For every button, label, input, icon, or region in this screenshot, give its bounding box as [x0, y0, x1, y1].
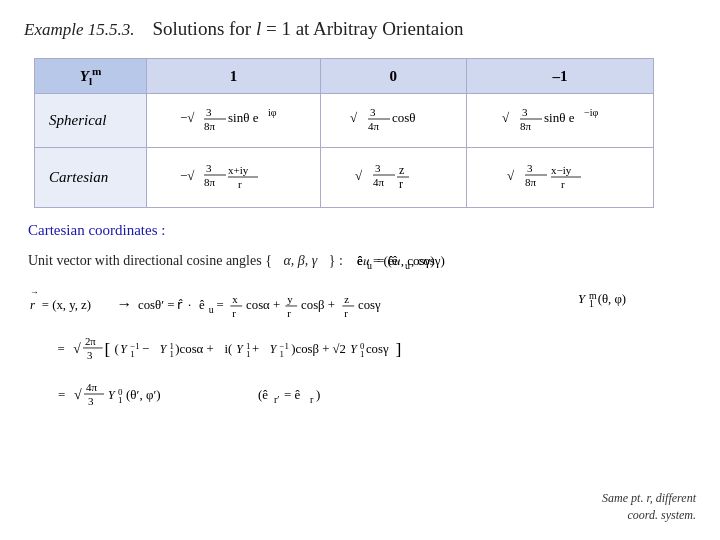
- svg-text:→: →: [30, 288, 39, 298]
- example-label: Example 15.5.3.: [24, 20, 134, 40]
- svg-text:Y: Y: [270, 343, 278, 356]
- svg-text:): ): [316, 387, 320, 402]
- formula-cart-1-svg: −√ 3 8π x+iy r: [178, 154, 288, 196]
- cell-sph-plus1: −√ 3 8π sinθ e iφ: [147, 94, 320, 148]
- svg-text:Y: Y: [120, 343, 128, 356]
- svg-text:]: ]: [395, 339, 401, 359]
- svg-text:√: √: [74, 387, 82, 402]
- svg-text:)cosα +: )cosα +: [175, 342, 213, 356]
- svg-text:8π: 8π: [204, 176, 216, 188]
- cell-cart-minus1: √ 3 8π x−iy r: [466, 148, 653, 208]
- table-header-yl: Ylm: [35, 59, 147, 94]
- svg-text:3: 3: [370, 106, 376, 118]
- formula-area: r → = (x, y, z) → cosθ′ = r̂ · ê u = x r…: [28, 285, 696, 413]
- svg-text:cosγ: cosγ: [366, 342, 389, 356]
- svg-text:i(: i(: [224, 342, 232, 356]
- table-row-cartesian: Cartesian −√ 3 8π x+iy r: [35, 148, 654, 208]
- cartesian-header: Cartesian coordinates :: [28, 222, 696, 239]
- svg-text:cosα +: cosα +: [246, 298, 280, 312]
- svg-text:+: +: [252, 342, 259, 356]
- svg-text:cosθ′ =: cosθ′ =: [138, 298, 174, 312]
- table-row-spherical: Spherical −√ 3 8π sinθ e iφ: [35, 94, 654, 148]
- svg-text:−1: −1: [279, 341, 288, 351]
- formula-row-1: r → = (x, y, z) → cosθ′ = r̂ · ê u = x r…: [28, 285, 696, 323]
- svg-text:= (x, y, z): = (x, y, z): [42, 298, 91, 312]
- svg-text:−iφ: −iφ: [584, 107, 598, 118]
- svg-text:0: 0: [360, 341, 365, 351]
- svg-text:√: √: [355, 168, 363, 183]
- svg-text:√: √: [73, 341, 81, 356]
- table-header-1: 1: [147, 59, 320, 94]
- row-label-cartesian: Cartesian: [35, 148, 147, 208]
- svg-text:iφ: iφ: [268, 107, 277, 118]
- svg-text:3: 3: [375, 162, 381, 174]
- unit-vector-eq-svg: ê𝑢 = (ê𝑢, cosγ) ê u = (ê u , cosγ): [355, 247, 455, 275]
- svg-text:= (ê: = (ê: [377, 253, 398, 268]
- formula-sph-m1-svg: √ 3 8π sinθ e −iφ: [500, 100, 620, 136]
- svg-text:√: √: [350, 110, 358, 125]
- svg-text:3: 3: [522, 106, 528, 118]
- svg-text:(θ′, φ′): (θ′, φ′): [126, 387, 161, 402]
- svg-text:z: z: [344, 293, 349, 305]
- svg-text:sinθ e: sinθ e: [544, 110, 575, 125]
- formula-row1-svg: r → = (x, y, z) → cosθ′ = r̂ · ê u = x r…: [28, 285, 696, 323]
- formula-cart-m1-svg: √ 3 8π x−iy r: [505, 154, 615, 196]
- svg-text:Y: Y: [236, 343, 244, 356]
- svg-text:x: x: [232, 293, 238, 305]
- svg-text:x+iy: x+iy: [228, 164, 249, 176]
- table-wrapper: Ylm 1 0 –1 Spherical −√ 3: [24, 58, 696, 208]
- svg-text:√: √: [507, 168, 515, 183]
- svg-text:2π: 2π: [85, 335, 96, 347]
- svg-text:·: ·: [188, 298, 191, 312]
- cell-cart-0: √ 3 4π z r: [320, 148, 466, 208]
- svg-text:→: →: [116, 295, 132, 312]
- cell-sph-minus1: √ 3 8π sinθ e −iφ: [466, 94, 653, 148]
- svg-text:Y: Y: [160, 343, 168, 356]
- svg-text:3: 3: [206, 162, 212, 174]
- svg-text:r: r: [344, 307, 348, 319]
- svg-text:√: √: [502, 110, 510, 125]
- svg-text:3: 3: [206, 106, 212, 118]
- svg-text:u: u: [367, 260, 372, 271]
- cell-cart-plus1: −√ 3 8π x+iy r: [147, 148, 320, 208]
- svg-text:[: [: [105, 339, 111, 359]
- svg-text:(: (: [114, 342, 118, 356]
- svg-text:cosθ: cosθ: [392, 110, 416, 125]
- solutions-title: Solutions for l = 1 at Arbitray Orientai…: [152, 18, 463, 40]
- svg-text:−: −: [142, 342, 149, 356]
- svg-text:r: r: [561, 178, 565, 190]
- svg-text:r: r: [232, 307, 236, 319]
- svg-text:y: y: [287, 293, 293, 305]
- svg-text:8π: 8π: [520, 120, 532, 132]
- svg-text:−1: −1: [130, 341, 139, 351]
- svg-text:r: r: [399, 177, 403, 191]
- svg-text:r: r: [287, 307, 291, 319]
- svg-text:=: =: [58, 387, 65, 402]
- svg-text:)cosβ + √2: )cosβ + √2: [291, 342, 346, 356]
- header-row: Example 15.5.3. Solutions for l = 1 at A…: [24, 18, 696, 40]
- svg-text:3: 3: [527, 162, 533, 174]
- svg-text:r′: r′: [274, 394, 280, 405]
- svg-text:0: 0: [118, 387, 123, 397]
- svg-text:u: u: [209, 304, 214, 315]
- svg-text:8π: 8π: [204, 120, 216, 132]
- row-label-spherical: Spherical: [35, 94, 147, 148]
- formula-row-2: = √ 2π 3 [ ( Y 1 −1 − Y 1 1 )cosα + i(: [28, 325, 696, 367]
- svg-text:Y: Y: [350, 343, 358, 356]
- solutions-table: Ylm 1 0 –1 Spherical −√ 3: [34, 58, 654, 208]
- svg-text:r: r: [30, 298, 35, 312]
- cell-sph-0: √ 3 4π cosθ: [320, 94, 466, 148]
- svg-text:sinθ e: sinθ e: [228, 110, 259, 125]
- formula-row-3: = √ 4π 3 Y 1 0 (θ′, φ′) (ê r′ = ê r ): [28, 369, 696, 413]
- svg-text:x−iy: x−iy: [551, 164, 572, 176]
- svg-text:4π: 4π: [373, 176, 385, 188]
- svg-text:r̂: r̂: [177, 298, 183, 312]
- page: Example 15.5.3. Solutions for l = 1 at A…: [0, 0, 720, 540]
- svg-text:= ê: = ê: [284, 387, 301, 402]
- svg-text:(ê: (ê: [258, 387, 268, 402]
- bottom-note: Same pt. r, different coord. system.: [602, 490, 696, 524]
- svg-text:1: 1: [246, 341, 250, 351]
- svg-text:cosβ +: cosβ +: [301, 298, 335, 312]
- svg-text:3: 3: [88, 395, 94, 407]
- table-header-neg1: –1: [466, 59, 653, 94]
